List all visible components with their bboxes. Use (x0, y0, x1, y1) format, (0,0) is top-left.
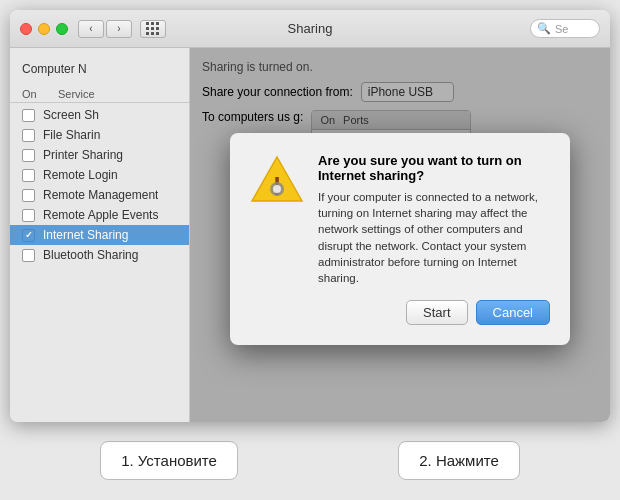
nav-buttons: ‹ › (78, 20, 132, 38)
service-checkbox-file-sharing[interactable] (22, 129, 35, 142)
sidebar-item-remote-management[interactable]: Remote Management (10, 185, 189, 205)
service-label-bluetooth-sharing: Bluetooth Sharing (43, 248, 138, 262)
col-on-header: On (22, 88, 46, 100)
main-content-panel: Sharing is turned on. Share your connect… (190, 48, 610, 422)
dialog-buttons: Start Cancel (250, 300, 550, 325)
service-checkbox-remote-management[interactable] (22, 189, 35, 202)
back-button[interactable]: ‹ (78, 20, 104, 38)
service-label-printer-sharing: Printer Sharing (43, 148, 123, 162)
sidebar-item-remote-login[interactable]: Remote Login (10, 165, 189, 185)
warning-icon: ! (250, 153, 304, 207)
sidebar-item-bluetooth-sharing[interactable]: Bluetooth Sharing (10, 245, 189, 265)
search-box[interactable]: 🔍 Se (530, 19, 600, 38)
sidebar-item-internet-sharing[interactable]: Internet Sharing (10, 225, 189, 245)
forward-button[interactable]: › (106, 20, 132, 38)
search-icon: 🔍 (537, 22, 551, 35)
services-table-header: On Service (10, 86, 189, 103)
service-label-internet-sharing: Internet Sharing (43, 228, 128, 242)
dialog-text-area: Are you sure you want to turn on Interne… (318, 153, 550, 286)
window-title: Sharing (288, 21, 333, 36)
services-list: Screen ShFile SharinPrinter SharingRemot… (10, 105, 189, 265)
dialog-message: If your computer is connected to a netwo… (318, 189, 550, 286)
service-label-file-sharing: File Sharin (43, 128, 100, 142)
traffic-lights (20, 23, 68, 35)
sidebar-item-screen-sharing[interactable]: Screen Sh (10, 105, 189, 125)
grid-view-button[interactable] (140, 20, 166, 38)
annotation-step2: 2. Нажмите (398, 441, 520, 480)
sidebar: Computer N On Service Screen ShFile Shar… (10, 48, 190, 422)
cancel-button[interactable]: Cancel (476, 300, 550, 325)
dialog-header: ! Are you sure you want to turn on Inter… (250, 153, 550, 286)
minimize-button[interactable] (38, 23, 50, 35)
bottom-annotations: 1. Установите 2. Нажмите (0, 422, 620, 500)
svg-point-3 (273, 185, 281, 193)
title-bar: ‹ › Sharing 🔍 Se (10, 10, 610, 48)
service-checkbox-bluetooth-sharing[interactable] (22, 249, 35, 262)
grid-icon (146, 22, 160, 36)
alert-dialog: ! Are you sure you want to turn on Inter… (230, 133, 570, 345)
sidebar-item-printer-sharing[interactable]: Printer Sharing (10, 145, 189, 165)
sidebar-item-file-sharing[interactable]: File Sharin (10, 125, 189, 145)
service-label-screen-sharing: Screen Sh (43, 108, 99, 122)
close-button[interactable] (20, 23, 32, 35)
col-service-header: Service (58, 88, 177, 100)
sidebar-item-remote-apple-events[interactable]: Remote Apple Events (10, 205, 189, 225)
dialog-overlay: ! Are you sure you want to turn on Inter… (190, 48, 610, 422)
service-label-remote-login: Remote Login (43, 168, 118, 182)
content-area: Computer N On Service Screen ShFile Shar… (10, 48, 610, 422)
service-checkbox-screen-sharing[interactable] (22, 109, 35, 122)
service-checkbox-remote-apple-events[interactable] (22, 209, 35, 222)
service-label-remote-management: Remote Management (43, 188, 158, 202)
service-checkbox-remote-login[interactable] (22, 169, 35, 182)
dialog-title: Are you sure you want to turn on Interne… (318, 153, 550, 183)
maximize-button[interactable] (56, 23, 68, 35)
outer-window: ‹ › Sharing 🔍 Se Computer N (0, 0, 620, 500)
computer-name-label: Computer N (22, 62, 87, 76)
annotation-step1: 1. Установите (100, 441, 238, 480)
computer-name-section: Computer N (10, 56, 189, 86)
start-button[interactable]: Start (406, 300, 467, 325)
search-placeholder: Se (555, 23, 568, 35)
service-label-remote-apple-events: Remote Apple Events (43, 208, 158, 222)
service-checkbox-internet-sharing[interactable] (22, 229, 35, 242)
service-checkbox-printer-sharing[interactable] (22, 149, 35, 162)
main-window: ‹ › Sharing 🔍 Se Computer N (10, 10, 610, 422)
